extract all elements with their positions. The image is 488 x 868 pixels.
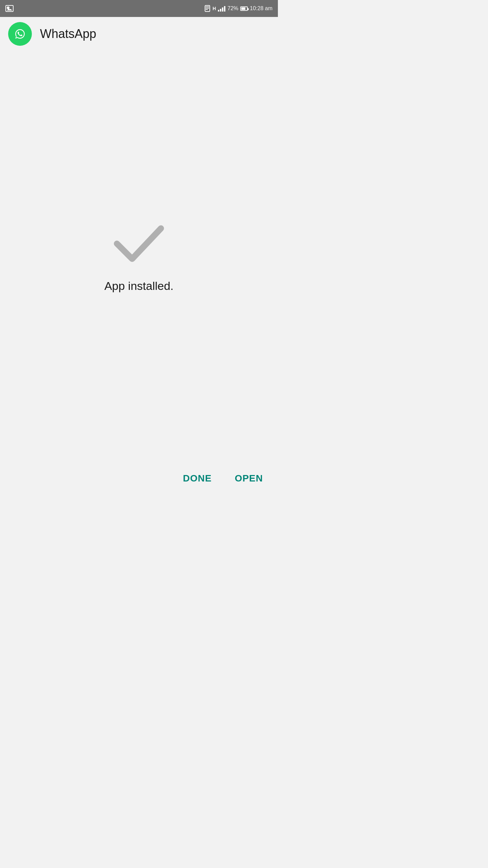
status-bar: H 72% 10:28 am (0, 0, 278, 17)
done-button[interactable]: DONE (182, 470, 213, 487)
signal-bars (218, 5, 225, 12)
photo-icon (5, 5, 14, 12)
svg-point-4 (13, 26, 27, 41)
download-icon (204, 5, 210, 12)
svg-rect-2 (206, 8, 209, 8)
status-time: 10:28 am (250, 5, 272, 12)
installed-text: App installed. (104, 279, 174, 293)
h-signal-icon: H (212, 6, 216, 11)
checkmark-icon (112, 222, 166, 266)
app-title: WhatsApp (40, 27, 96, 41)
battery-percentage: 72% (227, 5, 238, 12)
app-header: WhatsApp (0, 17, 278, 51)
battery-icon (240, 6, 248, 11)
install-success-container: App installed. (104, 222, 174, 293)
svg-rect-3 (206, 9, 208, 10)
open-button[interactable]: OPEN (233, 470, 264, 487)
status-bar-right: H 72% 10:28 am (204, 5, 272, 12)
bottom-bar: DONE OPEN (0, 463, 278, 494)
whatsapp-logo-svg (13, 26, 27, 41)
whatsapp-app-icon (8, 22, 32, 46)
main-content: App installed. (0, 51, 278, 463)
svg-rect-1 (206, 6, 209, 7)
status-bar-left (5, 5, 14, 12)
